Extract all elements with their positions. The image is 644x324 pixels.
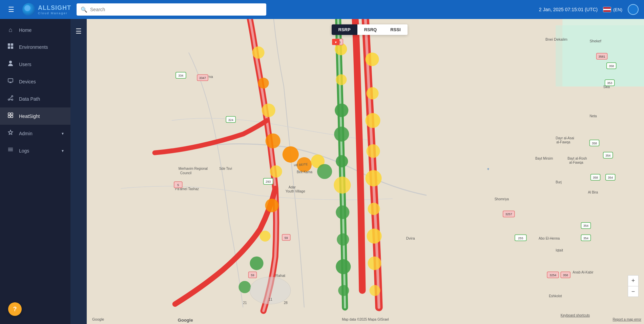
svg-point-33 [367, 87, 379, 99]
svg-text:21: 21 [243, 301, 247, 305]
user-avatar[interactable]: 👤 [628, 4, 639, 15]
menu-toggle-button[interactable]: ☰ [5, 4, 17, 15]
svg-point-9 [12, 96, 13, 97]
svg-text:354: 354 [608, 176, 613, 179]
svg-text:Sde Tsvi: Sde Tsvi [219, 167, 232, 170]
main-layout: ⌂ Home Environments Users Devices Data [0, 19, 644, 324]
svg-text:Council: Council [180, 171, 191, 175]
svg-text:Abo El-Henna: Abo El-Henna [539, 237, 560, 240]
svg-point-46 [265, 199, 279, 212]
svg-point-43 [262, 103, 275, 117]
map-background: Bnei Dekalim Shekef Ruhama Sika Neta Mer… [87, 19, 644, 324]
help-label: ? [13, 306, 17, 313]
svg-point-44 [266, 134, 281, 148]
svg-rect-2 [8, 46, 10, 49]
admin-arrow-icon: ▾ [62, 131, 64, 136]
map-area[interactable]: Bnei Dekalim Shekef Ruhama Sika Neta Mer… [87, 19, 644, 324]
svg-text:358: 358 [609, 64, 614, 68]
zoom-in-button[interactable]: + [628, 275, 639, 286]
language-selector[interactable]: (EN) [603, 7, 622, 12]
sidebar-item-users[interactable]: Users [0, 56, 70, 73]
environments-icon [7, 43, 14, 51]
signal-buttons: RSRP RSRQ RSSI [332, 24, 408, 35]
svg-text:Neta: Neta [590, 114, 597, 118]
report-map-error-link[interactable]: Report a map error [613, 318, 641, 321]
rsrq-button[interactable]: RSRQ [357, 24, 384, 35]
search-icon: 🔍 [81, 6, 87, 13]
sidebar-label-logs: Logs [19, 148, 29, 154]
svg-point-4 [9, 61, 12, 63]
svg-rect-0 [8, 43, 10, 46]
logo-icon [22, 3, 35, 16]
datetime-display: 2 Jan, 2025 07:15:01 (UTC) [539, 7, 598, 12]
svg-text:Dvira: Dvira [406, 236, 415, 240]
svg-text:Dayr al-Asai: Dayr al-Asai [556, 136, 574, 140]
svg-text:Al Bira: Al Bira [588, 190, 598, 194]
svg-text:Adar: Adar [289, 185, 296, 189]
map-sidebar-toggle[interactable]: ☰ [73, 24, 84, 38]
svg-text:334: 334 [178, 74, 183, 77]
svg-point-29 [337, 234, 349, 246]
zoom-out-button[interactable]: − [628, 286, 639, 297]
svg-text:Bayt Mirsim: Bayt Mirsim [535, 157, 553, 160]
logo-text: ALLSIGHT [38, 4, 71, 11]
sidebar: ⌂ Home Environments Users Devices Data [0, 19, 70, 324]
help-button[interactable]: ? [8, 302, 22, 316]
svg-point-36 [366, 170, 382, 186]
svg-point-47 [260, 231, 271, 242]
sidebar-label-datapath: Data Path [19, 96, 40, 102]
svg-text:3581: 3581 [599, 55, 605, 58]
svg-point-40 [370, 285, 380, 296]
svg-text:al-Fawqa: al-Fawqa [569, 161, 583, 164]
svg-text:59: 59 [285, 236, 288, 240]
sidebar-item-logs[interactable]: Logs ▾ [0, 142, 70, 159]
logs-arrow-icon: ▾ [62, 148, 64, 153]
svg-text:353: 353 [607, 81, 612, 85]
home-icon: ⌂ [7, 26, 14, 34]
svg-text:Bayt al-Rosh: Bayt al-Rosh [567, 157, 587, 160]
rssi-button[interactable]: RSSI [383, 24, 407, 35]
svg-point-37 [368, 203, 380, 215]
svg-point-28 [336, 205, 349, 219]
sidebar-item-devices[interactable]: Devices [0, 73, 70, 90]
sidebar-item-environments[interactable]: Environments [0, 38, 70, 56]
keyboard-shortcuts-link[interactable]: Keyboard shortcuts [561, 313, 590, 317]
svg-point-31 [338, 285, 349, 296]
sidebar-item-heatsight[interactable]: HeatSight [0, 107, 70, 125]
sidebar-item-datapath[interactable]: Data Path [0, 90, 70, 107]
svg-text:Shekef: Shekef [590, 39, 602, 43]
sidebar-label-users: Users [19, 62, 32, 67]
svg-point-23 [336, 74, 347, 85]
svg-text:3347: 3347 [199, 76, 206, 80]
logo-sight: SIGHT [51, 4, 71, 11]
svg-point-34 [366, 113, 380, 128]
logs-icon [7, 147, 14, 155]
sidebar-item-home[interactable]: ⌂ Home [0, 22, 70, 38]
svg-point-32 [366, 53, 379, 66]
svg-text:59: 59 [251, 274, 254, 277]
svg-point-50 [283, 146, 299, 163]
flag-icon [603, 7, 611, 12]
svg-point-48 [250, 257, 263, 270]
svg-text:al-Fawqa: al-Fawqa [556, 140, 570, 144]
sidebar-item-admin[interactable]: Admin ▾ [0, 125, 70, 142]
svg-point-41 [252, 46, 264, 59]
svg-text:3254: 3254 [549, 274, 556, 277]
logo-text-container: ALLSIGHT Cloud Manager [38, 4, 71, 15]
svg-text:Shomriya: Shomriya [495, 197, 509, 201]
svg-text:Anab Al-Kabir: Anab Al-Kabir [573, 270, 594, 274]
svg-text:11: 11 [269, 298, 273, 301]
svg-text:354: 354 [583, 237, 588, 240]
search-input[interactable] [90, 7, 262, 12]
svg-point-38 [367, 229, 382, 244]
svg-rect-11 [8, 113, 10, 115]
map-toggle-panel: ☰ [70, 19, 87, 324]
logo-subtitle: Cloud Manager [38, 12, 71, 15]
svg-point-10 [12, 99, 13, 100]
search-bar[interactable]: 🔍 [77, 3, 266, 16]
svg-point-42 [258, 78, 269, 88]
header-right: 2 Jan, 2025 07:15:01 (UTC) (EN) 👤 [539, 4, 639, 15]
rsrp-button[interactable]: RSRP [332, 24, 357, 35]
svg-text:293: 293 [266, 180, 271, 183]
svg-text:255: 255 [518, 237, 523, 240]
